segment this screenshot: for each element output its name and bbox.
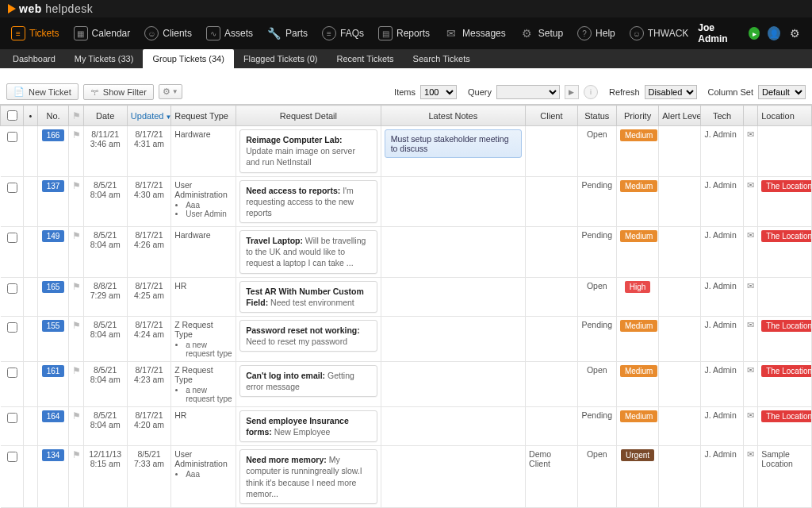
col-priority[interactable]: Priority (616, 106, 658, 126)
avatar-icon[interactable]: 👤 (768, 26, 780, 40)
ticket-row[interactable]: 149 ⚑ 8/5/218:04 am 8/17/214:26 am Hardw… (1, 227, 812, 278)
row-checkbox[interactable] (7, 132, 17, 142)
detail-card[interactable]: Send employee Insurance forms: New Emplo… (239, 410, 377, 442)
ticket-number[interactable]: 161 (42, 365, 65, 377)
nav-tickets[interactable]: ≡ Tickets (5, 17, 66, 49)
nav-calendar[interactable]: ▦ Calendar (67, 17, 137, 49)
tab-my-tickets[interactable]: My Tickets (33) (65, 49, 144, 68)
mail-icon[interactable]: ✉ (747, 410, 754, 420)
mail-icon[interactable]: ✉ (747, 281, 754, 291)
setup-icon: ⚙ (520, 26, 534, 40)
col-updated[interactable]: Updated▼ (127, 106, 170, 126)
col-date[interactable]: Date (83, 106, 127, 126)
notes-card[interactable]: Must setup stakeholder meeting to discus… (385, 129, 522, 158)
ticket-number[interactable]: 155 (42, 320, 65, 332)
tab-group-tickets[interactable]: Group Tickets (34) (143, 49, 233, 68)
nav-reports[interactable]: ▤ Reports (372, 17, 436, 49)
col-flag[interactable]: ⚑ (69, 106, 83, 126)
refresh-select[interactable]: Disabled (645, 85, 697, 99)
ticket-number[interactable]: 166 (42, 129, 65, 141)
col-status[interactable]: Status (577, 106, 616, 126)
col-checkbox[interactable] (1, 106, 24, 126)
priority-pill: Medium (620, 365, 658, 377)
col-bullet[interactable]: • (23, 106, 37, 126)
nav-assets[interactable]: ∿ Assets (200, 17, 259, 49)
settings-gear-icon[interactable]: ⚙ (788, 26, 801, 40)
show-filter-button[interactable]: 🝖 Show Filter (83, 84, 154, 100)
ticket-number[interactable]: 149 (42, 230, 65, 242)
query-run-button[interactable]: ▶ (565, 85, 579, 99)
ticket-row[interactable]: 165 ⚑ 8/8/217:29 am 8/17/214:25 am HR Te… (1, 277, 812, 316)
nav-clients[interactable]: ☺ Clients (138, 17, 198, 49)
row-checkbox[interactable] (7, 233, 17, 243)
detail-card[interactable]: Test AR With Number Custom Field: Need t… (239, 281, 377, 313)
detail-card[interactable]: Password reset not working: Need to rese… (239, 320, 377, 352)
ticket-number[interactable]: 137 (42, 180, 65, 192)
flag-icon[interactable]: ⚑ (72, 365, 81, 376)
col-no[interactable]: No. (38, 106, 69, 126)
nav-help[interactable]: ? Help (571, 17, 622, 49)
ticket-row[interactable]: 161 ⚑ 8/5/218:04 am 8/17/214:23 am Z Req… (1, 361, 812, 406)
row-checkbox[interactable] (7, 368, 17, 378)
client-cell (526, 361, 578, 406)
row-checkbox[interactable] (7, 413, 17, 423)
ticket-number[interactable]: 164 (42, 410, 65, 422)
detail-card[interactable]: Reimage Computer Lab: Update main image … (239, 129, 377, 173)
nav-thwack[interactable]: ☺ THWACK (623, 17, 695, 49)
status-online-icon[interactable]: ▸ (749, 27, 760, 40)
flag-icon[interactable]: ⚑ (72, 230, 81, 241)
col-request-detail[interactable]: Request Detail (236, 106, 381, 126)
col-alert-level[interactable]: Alert Level (659, 106, 701, 126)
col-latest-notes[interactable]: Latest Notes (381, 106, 525, 126)
detail-card[interactable]: Need more memory: My computer is running… (239, 449, 377, 504)
nav-parts[interactable]: 🔧 Parts (261, 17, 314, 49)
query-info-button[interactable]: i (584, 85, 598, 99)
col-mail[interactable] (743, 106, 757, 126)
col-client[interactable]: Client (526, 106, 578, 126)
detail-card[interactable]: Can't log into email: Getting error mess… (239, 365, 377, 397)
ticket-row[interactable]: 155 ⚑ 8/5/218:04 am 8/17/214:24 am Z Req… (1, 316, 812, 361)
col-request-type[interactable]: Request Type (171, 106, 236, 126)
row-checkbox[interactable] (7, 452, 17, 462)
priority-pill: High (625, 281, 651, 293)
new-ticket-button[interactable]: 📄 New Ticket (6, 83, 79, 100)
ticket-row[interactable]: 137 ⚑ 8/5/218:04 am 8/17/214:30 am User … (1, 176, 812, 227)
row-checkbox[interactable] (7, 283, 17, 294)
detail-card[interactable]: Travel Laptop: Will be travelling to the… (239, 230, 377, 274)
items-select[interactable]: 100 (420, 85, 457, 99)
mail-icon[interactable]: ✉ (747, 365, 754, 375)
tab-flagged-tickets[interactable]: Flagged Tickets (0) (234, 49, 327, 68)
row-checkbox[interactable] (7, 183, 17, 193)
col-location[interactable]: Location (758, 106, 812, 126)
flag-icon[interactable]: ⚑ (72, 320, 81, 331)
flag-icon[interactable]: ⚑ (72, 129, 81, 140)
flag-icon[interactable]: ⚑ (72, 281, 81, 292)
ticket-row[interactable]: 166 ⚑ 8/11/213:46 am 8/17/214:31 am Hard… (1, 126, 812, 177)
mail-icon[interactable]: ✉ (747, 320, 754, 329)
flag-icon[interactable]: ⚑ (72, 449, 81, 460)
flag-icon[interactable]: ⚑ (72, 410, 81, 421)
column-set-select[interactable]: Default (758, 85, 806, 99)
row-checkbox[interactable] (7, 322, 17, 333)
ticket-row[interactable]: 134 ⚑ 12/11/138:15 am 8/5/217:33 am User… (1, 446, 812, 508)
select-all-checkbox[interactable] (7, 110, 17, 121)
tab-dashboard[interactable]: Dashboard (3, 49, 65, 68)
ticket-row[interactable]: 164 ⚑ 8/5/218:04 am 8/17/214:20 am HR Se… (1, 406, 812, 445)
detail-card[interactable]: Need access to reports: I'm requesting a… (239, 180, 377, 224)
flag-icon[interactable]: ⚑ (72, 180, 81, 191)
ticket-number[interactable]: 165 (42, 281, 65, 293)
tab-recent-tickets[interactable]: Recent Tickets (327, 49, 403, 68)
nav-label: THWACK (648, 28, 689, 39)
query-select[interactable] (496, 85, 560, 99)
mail-icon[interactable]: ✉ (747, 449, 754, 459)
nav-messages[interactable]: ✉ Messages (438, 17, 512, 49)
mail-icon[interactable]: ✉ (747, 230, 754, 240)
ticket-number[interactable]: 134 (42, 449, 65, 461)
nav-setup[interactable]: ⚙ Setup (514, 17, 569, 49)
tab-search-tickets[interactable]: Search Tickets (404, 49, 480, 68)
nav-faqs[interactable]: ≡ FAQs (316, 17, 370, 49)
mail-icon[interactable]: ✉ (747, 180, 754, 190)
actions-menu-button[interactable]: ⚙ ▼ (159, 84, 182, 99)
col-tech[interactable]: Tech (701, 106, 743, 126)
mail-icon[interactable]: ✉ (747, 129, 754, 139)
